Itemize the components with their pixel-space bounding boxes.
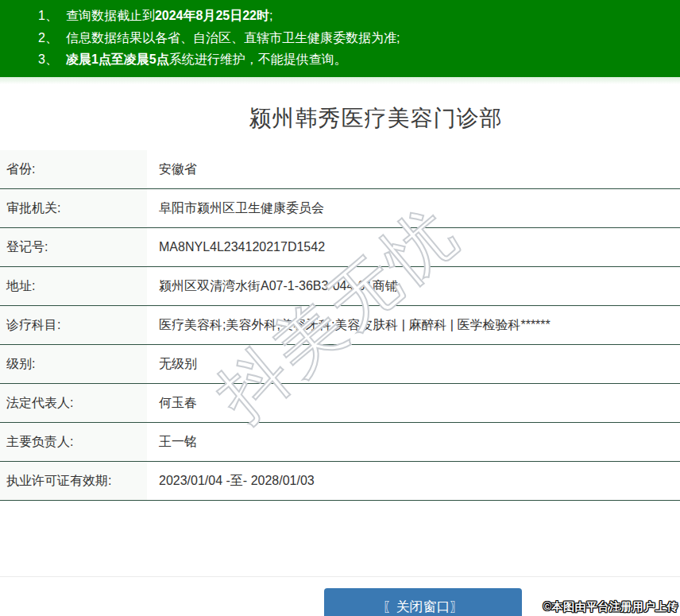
upload-attribution-watermark: ©本图由平台注册用户上传	[543, 600, 678, 614]
query-result-page: 1、查询数据截止到2024年8月25日22时; 2、信息数据结果以各省、自治区、…	[0, 0, 680, 616]
table-row-clinical-departments: 诊疗科目: 医疗美容科;美容外科;美容牙科;美容皮肤科 | 麻醉科 | 医学检验…	[0, 306, 680, 345]
row-label: 地址:	[0, 267, 147, 305]
row-label: 登记号:	[0, 228, 147, 266]
row-label: 审批机关:	[0, 189, 147, 227]
row-value: 阜阳市颍州区卫生健康委员会	[147, 189, 680, 227]
table-row-registration-number: 登记号: MA8NYL4L234120217D1542	[0, 228, 680, 267]
row-value: 安徽省	[147, 150, 680, 188]
notice-line-3: 3、凌晨1点至凌晨5点系统进行维护，不能提供查询。	[38, 48, 672, 71]
page-title: 颍州韩秀医疗美容门诊部	[0, 103, 680, 134]
row-label: 主要负责人:	[0, 423, 147, 461]
table-row-license-validity: 执业许可证有效期: 2023/01/04 -至- 2028/01/03	[0, 462, 680, 501]
notice-text: 查询数据截止到	[66, 9, 155, 22]
row-value: 何玉春	[147, 384, 680, 422]
row-value: 颍州区双清湾水街A07-1-36B3-044-01商铺	[147, 267, 680, 305]
table-row-level: 级别: 无级别	[0, 345, 680, 384]
notice-number: 3、	[38, 52, 58, 66]
row-value: 无级别	[147, 345, 680, 383]
notice-text: 系统进行维护，不能提供查询。	[169, 52, 347, 66]
header-fade-strip	[0, 77, 680, 84]
notice-line-1: 1、查询数据截止到2024年8月25日22时;	[38, 5, 672, 27]
table-row-person-in-charge: 主要负责人: 王一铭	[0, 423, 680, 462]
row-value: 王一铭	[147, 423, 680, 461]
row-value: 医疗美容科;美容外科;美容牙科;美容皮肤科 | 麻醉科 | 医学检验科*****…	[147, 306, 680, 344]
notice-number: 2、	[38, 31, 58, 45]
row-label: 执业许可证有效期:	[0, 462, 147, 500]
table-row-legal-representative: 法定代表人: 何玉春	[0, 384, 680, 423]
row-value: MA8NYL4L234120217D1542	[147, 228, 680, 266]
row-label: 级别:	[0, 345, 147, 383]
row-label: 法定代表人:	[0, 384, 147, 422]
row-label: 省份:	[0, 150, 147, 188]
notice-text-bold: 2024年8月25日22时	[155, 9, 269, 22]
notice-text-bold: 凌晨1点至凌晨5点	[66, 52, 169, 66]
close-window-button[interactable]: 〖关闭窗口〗	[324, 588, 522, 616]
notice-header: 1、查询数据截止到2024年8月25日22时; 2、信息数据结果以各省、自治区、…	[0, 0, 680, 77]
notice-text: ;	[269, 9, 272, 22]
table-row-province: 省份: 安徽省	[0, 150, 680, 189]
table-row-approval-authority: 审批机关: 阜阳市颍州区卫生健康委员会	[0, 189, 680, 228]
row-value: 2023/01/04 -至- 2028/01/03	[147, 462, 680, 500]
institution-info-table: 省份: 安徽省 审批机关: 阜阳市颍州区卫生健康委员会 登记号: MA8NYL4…	[0, 150, 680, 501]
notice-text: 信息数据结果以各省、自治区、直辖市卫生健康委数据为准;	[66, 31, 400, 45]
notice-line-2: 2、信息数据结果以各省、自治区、直辖市卫生健康委数据为准;	[38, 27, 672, 49]
row-label: 诊疗科目:	[0, 306, 147, 344]
table-row-address: 地址: 颍州区双清湾水街A07-1-36B3-044-01商铺	[0, 267, 680, 306]
notice-number: 1、	[38, 9, 58, 22]
